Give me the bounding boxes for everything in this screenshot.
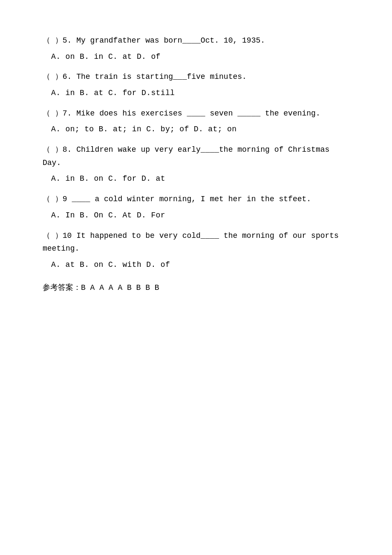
question-8: （ ）8. Children wake up very early____the… [43,143,349,185]
answer-section: 参考答案：B A A A A B B B B [43,281,349,294]
question-7: （ ）7. Mike does his exercises ____ seven… [43,107,349,136]
answer-value: B A A A A B B B B [81,283,159,292]
question-9-options: A. In B. On C. At D. For [43,209,349,222]
question-7-text: （ ）7. Mike does his exercises ____ seven… [43,107,349,120]
question-9: （ ）9 ____ a cold winter morning, I met h… [43,193,349,221]
question-10-text: （ ）10 It happened to be very cold____ th… [43,229,349,255]
question-5-options: A. on B. in C. at D. of [43,51,349,63]
answer-label: 参考答案： [43,283,81,292]
question-9-text: （ ）9 ____ a cold winter morning, I met h… [43,193,349,206]
question-7-options: A. on; to B. at; in C. by; of D. at; on [43,123,349,136]
question-5: （ ）5. My grandfather was born____Oct. 10… [43,34,349,63]
question-6-options: A. in B. at C. for D.still [43,87,349,99]
question-10-options: A. at B. on C. with D. of [43,259,349,271]
question-5-text: （ ）5. My grandfather was born____Oct. 10… [43,34,349,47]
question-8-text: （ ）8. Children wake up very early____the… [43,143,349,169]
question-8-options: A. in B. on C. for D. at [43,173,349,185]
question-10: （ ）10 It happened to be very cold____ th… [43,229,349,271]
question-6: （ ）6. The train is starting___five minut… [43,70,349,99]
question-6-text: （ ）6. The train is starting___five minut… [43,70,349,84]
